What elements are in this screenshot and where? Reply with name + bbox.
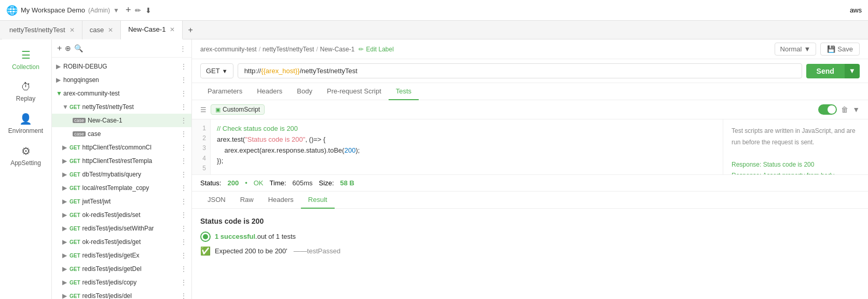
more-icon[interactable]: ⋮ [180, 143, 187, 152]
tree-item-hongqingsen[interactable]: ▶ hongqingsen ⋮ [52, 73, 191, 87]
tab-parameters[interactable]: Parameters [200, 83, 250, 100]
save-icon: 💾 [827, 45, 835, 53]
req-tabs: Parameters Headers Body Pre-request Scri… [192, 83, 868, 100]
more-icon[interactable]: ⋮ [180, 157, 187, 165]
export-button[interactable]: ⬇ [145, 6, 151, 15]
tree-item-case[interactable]: case case ⋮ [52, 127, 191, 141]
hint-link-0[interactable]: Response: Status code is 200 [732, 159, 860, 171]
more-icon[interactable]: ⋮ [180, 251, 187, 260]
tree-item-httpclient-commoncl[interactable]: ▶ GET httpClientTest/commonCl ⋮ [52, 141, 191, 154]
time-label: Time: [270, 179, 286, 187]
sidebar-item-collection[interactable]: ☰ Collection [0, 44, 51, 76]
tree-item-redis-get[interactable]: ▶ GET ok-redisTest/jedis/get ⋮ [52, 235, 191, 249]
method-badge: GET [70, 212, 80, 218]
sidebar-item-replay[interactable]: ⏱ Replay [0, 76, 51, 107]
tree-item-redis-getdel[interactable]: ▶ GET redisTest/jedis/getDel ⋮ [52, 262, 191, 276]
result-check-row: ✅ Expected 200 to be 200' ——testPassed [200, 246, 860, 256]
add-button[interactable]: + [126, 5, 131, 16]
sidebar-item-label: Environment [8, 127, 43, 134]
tab-raw[interactable]: Raw [233, 192, 261, 209]
more-icon[interactable]: ⋮ [180, 103, 187, 111]
collection-icon: ☰ [21, 49, 31, 61]
save-button[interactable]: 💾 Save [820, 43, 860, 56]
tab-pre-request-script[interactable]: Pre-request Script [320, 83, 389, 100]
tree-item-redis-copy[interactable]: ▶ GET redisTest/jedis/copy ⋮ [52, 276, 191, 289]
method-label: GET [206, 67, 220, 75]
more-icon[interactable]: ⋮ [180, 238, 187, 246]
tab-nettytest[interactable]: nettyTest/nettyTest ✕ [2, 21, 82, 39]
more-icon[interactable]: ⋮ [180, 89, 187, 98]
hint-link-1[interactable]: Response: Assert property from body [732, 170, 860, 174]
more-icon[interactable]: ⋮ [180, 62, 187, 71]
tab-result[interactable]: Result [301, 192, 335, 209]
result-title: Status code is 200 [200, 217, 860, 225]
tree-item-new-case-1[interactable]: case New-Case-1 ⋮ [52, 114, 191, 127]
method-select[interactable]: GET ▼ [200, 63, 233, 78]
tab-close-nettytest[interactable]: ✕ [70, 26, 75, 34]
tab-body[interactable]: Body [290, 83, 320, 100]
tree-item-nettytest[interactable]: ▼ GET nettyTest/nettyTest ⋮ [52, 100, 191, 114]
replay-icon: ⏱ [21, 81, 31, 93]
more-icon[interactable]: ⋮ [180, 197, 187, 206]
toggle-switch[interactable] [818, 104, 837, 115]
tree-item-redis-del[interactable]: ▶ GET redisTest/jedis/del ⋮ [52, 289, 191, 299]
normal-dropdown[interactable]: Normal ▼ [775, 43, 817, 56]
tab-headers-result[interactable]: Headers [261, 192, 301, 209]
tab-json[interactable]: JSON [200, 192, 233, 209]
tree-item-redis-setwithpar[interactable]: ▶ GET redisTest/jedis/setWithPar ⋮ [52, 222, 191, 235]
tab-tests[interactable]: Tests [389, 83, 419, 100]
more-icon[interactable]: ⋮ [180, 76, 187, 84]
hamburger-icon[interactable]: ☰ [200, 106, 206, 114]
tree-item-local-restemplate[interactable]: ▶ GET local/restTemplate_copy ⋮ [52, 181, 191, 195]
edit-button[interactable]: ✏ [135, 6, 141, 15]
sidebar-item-label: Collection [12, 63, 39, 71]
tree-item-httpclient-resttempa[interactable]: ▶ GET httpClientTest/restTempla ⋮ [52, 154, 191, 168]
send-button[interactable]: Send [806, 64, 845, 78]
custom-script-badge: ▣ CustomScript [211, 104, 265, 115]
more-icon[interactable]: ⋮ [180, 265, 187, 273]
more-options-button[interactable]: ⋮ [180, 45, 186, 52]
tab-close-case[interactable]: ✕ [108, 26, 113, 34]
more-icon[interactable]: ⋮ [180, 170, 187, 179]
more-icon[interactable]: ⋮ [180, 224, 187, 233]
result-check-pass: ——testPassed [294, 247, 340, 255]
main-area: ☰ Collection ⏱ Replay 👤 Environment ⚙ Ap… [0, 39, 868, 299]
left-panel: + ⊕ 🔍 ⋮ ▶ ROBIN-DEBUG ⋮ ▶ hongqingsen ⋮ … [52, 39, 192, 299]
more-icon[interactable]: ⋮ [180, 130, 187, 138]
tree-item-arex-community-test[interactable]: ▼ arex-community-test ⋮ [52, 87, 191, 100]
more-icon[interactable]: ⋮ [180, 211, 187, 219]
tree-item-dbtest[interactable]: ▶ GET dbTest/mybatis/query ⋮ [52, 168, 191, 181]
tree-item-redis-getex[interactable]: ▶ GET redisTest/jedis/getEx ⋮ [52, 249, 191, 262]
tab-close-new-case-1[interactable]: ✕ [170, 26, 175, 33]
sidebar-item-label: Replay [16, 95, 35, 102]
add-item-button[interactable]: + [57, 44, 62, 53]
tree-item-label: arex-community-test [63, 90, 120, 97]
edit-label-button[interactable]: ✏ Edit Label [359, 46, 393, 53]
tree-item-jwttest[interactable]: ▶ GET jwtTest/jwt ⋮ [52, 195, 191, 208]
url-input[interactable]: http://{{arex_host}}/nettyTest/nettyTest [238, 63, 802, 78]
add-request-button[interactable]: ⊕ [65, 44, 71, 52]
chevron-right-icon: ▶ [56, 76, 63, 84]
collapse-button[interactable]: ▼ [852, 105, 860, 114]
send-dropdown-button[interactable]: ▼ [845, 64, 860, 78]
tab-add-button[interactable]: + [183, 25, 198, 35]
more-icon[interactable]: ⋮ [180, 292, 187, 299]
search-button[interactable]: 🔍 [74, 44, 83, 52]
more-icon[interactable]: ⋮ [180, 116, 187, 125]
sidebar-item-environment[interactable]: 👤 Environment [0, 107, 51, 140]
url-bar: GET ▼ http://{{arex_host}}/nettyTest/net… [192, 59, 868, 83]
sidebar-item-appsetting[interactable]: ⚙ AppSetting [0, 140, 51, 172]
breadcrumb-part-0: arex-community-test [200, 46, 257, 53]
delete-script-button[interactable]: 🗑 [841, 105, 848, 114]
method-badge: GET [70, 266, 80, 272]
code-content[interactable]: // Check status code is 200 arex.test("S… [211, 119, 723, 174]
tree-item-robin-debug[interactable]: ▶ ROBIN-DEBUG ⋮ [52, 60, 191, 73]
tree-item-redis-set[interactable]: ▶ GET ok-redisTest/jedis/set ⋮ [52, 208, 191, 222]
more-icon[interactable]: ⋮ [180, 278, 187, 287]
tab-new-case-1[interactable]: New-Case-1 ✕ [121, 21, 183, 39]
top-bar-actions: + ✏ ⬇ [126, 5, 152, 16]
tab-case[interactable]: case ✕ [82, 21, 121, 39]
tree-item-label: case [88, 130, 101, 138]
tab-headers[interactable]: Headers [250, 83, 290, 100]
more-icon[interactable]: ⋮ [180, 184, 187, 192]
